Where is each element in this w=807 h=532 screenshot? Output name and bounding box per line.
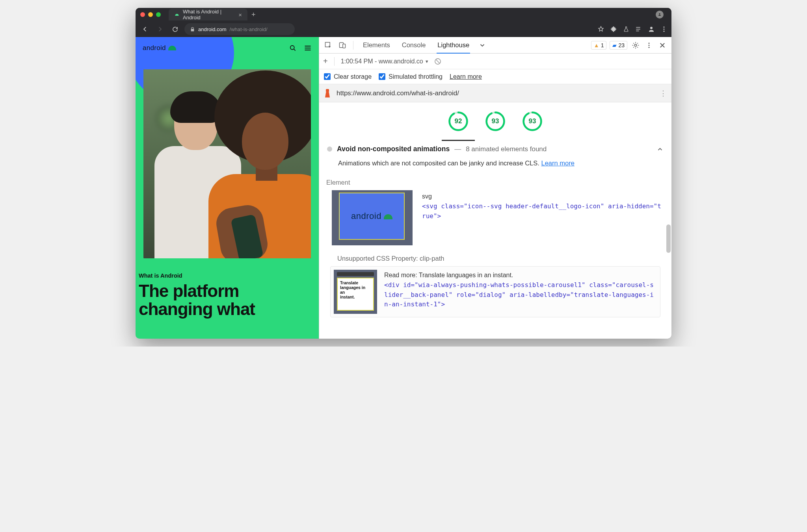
scrollbar-thumb[interactable] bbox=[666, 224, 671, 253]
svg-point-10 bbox=[634, 44, 636, 46]
lighthouse-options: Clear storage Simulated throttling Learn… bbox=[319, 69, 671, 84]
learn-more-link[interactable]: Learn more bbox=[450, 73, 482, 80]
hero-image bbox=[143, 69, 311, 258]
browser-tab[interactable]: What is Android | Android × bbox=[169, 9, 247, 20]
tab-console[interactable]: Console bbox=[398, 37, 430, 53]
svg-point-16 bbox=[450, 113, 467, 130]
tab-lighthouse[interactable]: Lighthouse bbox=[433, 37, 473, 53]
element-row-2: Translate languages in an instant. Read … bbox=[330, 266, 660, 317]
audit-header[interactable]: Avoid non-composited animations — 8 anim… bbox=[326, 141, 664, 157]
reading-list-icon[interactable] bbox=[635, 26, 642, 33]
tabstrip: What is Android | Android × + bbox=[169, 8, 656, 21]
simulated-throttling-checkbox[interactable]: Simulated throttling bbox=[379, 73, 443, 80]
tab-close-icon[interactable]: × bbox=[238, 11, 242, 18]
window-controls bbox=[140, 12, 161, 17]
issue-count: 23 bbox=[618, 42, 625, 48]
svg-point-4 bbox=[664, 29, 665, 30]
svg-point-11 bbox=[649, 43, 650, 44]
toolbar-right bbox=[597, 26, 668, 33]
devtools-tabbar: Elements Console Lighthouse ▲1 ▰23 bbox=[319, 37, 671, 54]
minimize-window-button[interactable] bbox=[148, 12, 153, 17]
lighthouse-body: 92 93 93 Avoid non-composited animations bbox=[319, 102, 671, 339]
labs-icon[interactable] bbox=[623, 26, 630, 33]
back-button[interactable] bbox=[139, 24, 151, 35]
content-area: android What is Android bbox=[136, 37, 671, 339]
browser-window: What is Android | Android × + android.co… bbox=[136, 8, 671, 339]
android-favicon-icon bbox=[174, 12, 180, 17]
extensions-icon[interactable] bbox=[610, 26, 617, 33]
svg-point-20 bbox=[524, 113, 541, 130]
settings-gear-icon[interactable] bbox=[630, 40, 641, 50]
audit-item: Avoid non-composited animations — 8 anim… bbox=[319, 138, 671, 317]
lighthouse-toolbar: + 1:00:54 PM - www.android.co ▼ bbox=[319, 54, 671, 69]
device-toggle-icon[interactable] bbox=[337, 40, 348, 50]
score-gauge-1[interactable]: 92 bbox=[448, 111, 469, 132]
report-dropdown[interactable]: 1:00:54 PM - www.android.co ▼ bbox=[341, 58, 429, 65]
devtools-menu-icon[interactable] bbox=[644, 40, 654, 50]
forward-button[interactable] bbox=[154, 24, 165, 35]
android-robot-icon bbox=[168, 46, 176, 50]
score-gauge-3[interactable]: 93 bbox=[522, 111, 543, 132]
svg-point-1 bbox=[177, 15, 178, 15]
profile-badge[interactable] bbox=[656, 11, 664, 19]
profile-icon[interactable] bbox=[648, 26, 655, 33]
svg-point-2 bbox=[650, 27, 653, 29]
audit-title: Avoid non-composited animations bbox=[337, 145, 450, 153]
titlebar: What is Android | Android × + bbox=[136, 8, 671, 21]
svg-point-18 bbox=[487, 113, 504, 130]
collapse-chevron-icon[interactable] bbox=[656, 146, 664, 153]
more-tabs-icon[interactable] bbox=[477, 40, 487, 50]
close-window-button[interactable] bbox=[140, 12, 145, 17]
search-icon[interactable] bbox=[289, 44, 297, 52]
inspect-icon[interactable] bbox=[323, 40, 333, 50]
maximize-window-button[interactable] bbox=[156, 12, 161, 17]
new-report-button[interactable]: + bbox=[323, 57, 328, 66]
menu-icon[interactable] bbox=[660, 26, 668, 33]
dropdown-caret-icon: ▼ bbox=[425, 59, 429, 64]
failure-reason-label: Unsupported CSS Property: clip-path bbox=[326, 252, 664, 266]
svg-point-12 bbox=[649, 44, 650, 46]
audit-description: Animations which are not composited can … bbox=[326, 157, 664, 172]
person-2 bbox=[191, 76, 311, 258]
page-headline: The platform changing what bbox=[136, 282, 319, 318]
issues-badge[interactable]: ▰23 bbox=[610, 41, 627, 50]
score-row: 92 93 93 bbox=[319, 102, 671, 138]
audit-learn-more-link[interactable]: Learn more bbox=[541, 159, 574, 167]
report-more-icon[interactable]: ⋮ bbox=[660, 89, 667, 98]
svg-point-3 bbox=[664, 26, 665, 28]
element-column-label: Element bbox=[326, 172, 664, 190]
audited-url-bar: https://www.android.com/what-is-android/… bbox=[319, 84, 671, 102]
lock-icon bbox=[190, 27, 195, 32]
svg-point-13 bbox=[649, 46, 650, 48]
page-header: android bbox=[136, 37, 319, 56]
element-thumbnail-1: android bbox=[332, 190, 413, 245]
devtools-panel: Elements Console Lighthouse ▲1 ▰23 + 1:0… bbox=[319, 37, 671, 339]
score-gauge-2[interactable]: 93 bbox=[485, 111, 506, 132]
tab-title: What is Android | Android bbox=[183, 9, 234, 20]
page-eyebrow: What is Android bbox=[136, 262, 319, 282]
reload-button[interactable] bbox=[169, 24, 180, 35]
omnibox[interactable]: android.com/what-is-android/ bbox=[184, 23, 295, 35]
address-bar: android.com/what-is-android/ bbox=[136, 21, 671, 37]
new-tab-button[interactable]: + bbox=[251, 11, 256, 19]
element-html-1[interactable]: <svg class="icon--svg header-default__lo… bbox=[422, 202, 664, 221]
audited-url: https://www.android.com/what-is-android/ bbox=[337, 89, 459, 97]
android-brand[interactable]: android bbox=[143, 44, 176, 52]
devtools-close-icon[interactable] bbox=[657, 40, 668, 50]
report-label: 1:00:54 PM - www.android.co bbox=[341, 58, 423, 65]
clear-storage-checkbox[interactable]: Clear storage bbox=[324, 73, 372, 80]
bookmark-star-icon[interactable] bbox=[597, 26, 604, 33]
url-path: /what-is-android/ bbox=[230, 26, 268, 32]
brand-text: android bbox=[143, 44, 166, 52]
svg-point-6 bbox=[290, 46, 294, 50]
clear-report-icon[interactable] bbox=[434, 57, 442, 65]
warnings-badge[interactable]: ▲1 bbox=[591, 41, 607, 50]
android-robot-icon bbox=[384, 214, 392, 219]
element-code-1: svg <svg class="icon--svg header-default… bbox=[422, 190, 664, 221]
element-html-2[interactable]: <div id="wia-always-pushing-whats-possib… bbox=[384, 280, 657, 310]
audit-status-dot bbox=[327, 146, 332, 152]
hamburger-menu-icon[interactable] bbox=[304, 44, 312, 52]
svg-point-5 bbox=[664, 31, 665, 32]
tab-elements[interactable]: Elements bbox=[359, 37, 394, 53]
element-code-2: Read more: Translate languages in an ins… bbox=[384, 270, 657, 310]
